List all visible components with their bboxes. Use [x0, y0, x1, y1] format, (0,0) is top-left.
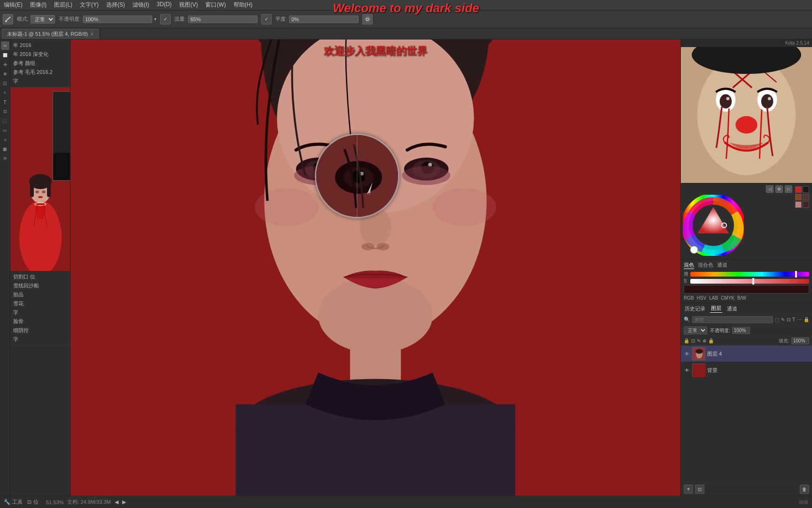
layers-tool-2[interactable]: ✎ — [781, 317, 785, 322]
lock-transparent-icon[interactable]: ⊡ — [691, 338, 695, 343]
canvas-area[interactable]: 欢迎步入我黑暗的世界 — [70, 40, 680, 496]
menu-edit[interactable]: 编辑(E) — [3, 1, 23, 9]
color-settings-button[interactable]: ⚙ — [775, 185, 783, 193]
menu-help[interactable]: 帮助(H) — [233, 1, 254, 9]
crop-tool[interactable]: ⊡ — [1, 107, 9, 116]
mode-lab[interactable]: LAB — [709, 295, 718, 301]
lock-position-icon[interactable]: ⊕ — [703, 338, 706, 343]
folder-layer-button[interactable]: ⊡ — [695, 484, 704, 494]
panel-item-5[interactable]: 字 — [10, 77, 70, 86]
menu-filter[interactable]: 滤镜(I) — [132, 1, 150, 9]
layers-tool-3[interactable]: ⊡ — [787, 317, 790, 322]
panel-item-4[interactable]: 参考 毛毛 2016.2 — [10, 68, 70, 77]
svg-point-2 — [367, 18, 369, 20]
menu-text[interactable]: 文字(Y) — [79, 1, 100, 9]
layers-blend-mode-dropdown[interactable]: 正常 — [684, 326, 707, 334]
panel-item-cut[interactable]: 切割口 位 — [10, 272, 70, 281]
move-tool[interactable]: ✛ — [1, 60, 9, 69]
swatch-brown[interactable] — [795, 194, 802, 200]
panel-item-3[interactable]: 参考 颜组 — [10, 59, 70, 68]
mode-bw[interactable]: B/W — [737, 295, 746, 301]
zoom-tool[interactable]: ⊕ — [1, 70, 9, 78]
color-nav-buttons[interactable]: ◁ ⚙ ▷ — [683, 185, 792, 193]
delete-layer-button[interactable]: 🗑 — [800, 484, 809, 494]
transform-tool[interactable]: ⟳ — [1, 154, 9, 163]
gradient-tool[interactable]: ▦ — [1, 145, 9, 153]
menu-items[interactable]: 编辑(E) 图像(I) 图层(L) 文字(Y) 选择(S) 滤镜(I) 3D(D… — [3, 1, 253, 9]
panel-item-snowflake[interactable]: 雪花 — [10, 299, 70, 308]
selection-tool[interactable]: ⬚ — [1, 117, 9, 125]
path-tool[interactable]: ⟡ — [1, 135, 9, 144]
menu-3d[interactable]: 3D(D) — [156, 1, 172, 9]
tab-close-button[interactable]: × — [91, 32, 94, 37]
layer-visibility-bg[interactable]: 👁 — [684, 367, 690, 373]
menu-window[interactable]: 窗口(W) — [204, 1, 226, 9]
document-tab[interactable]: 未标题-1 @ 51.5% (图层 4, RGB/8) × — [2, 29, 99, 39]
fill-input[interactable] — [791, 337, 809, 344]
layers-opacity-input[interactable] — [732, 327, 750, 334]
panel-item-snow[interactable]: 雪线回沙船 — [10, 281, 70, 290]
color-wheel[interactable] — [683, 195, 744, 256]
menu-image[interactable]: 图像(I) — [29, 1, 47, 9]
brush-tool[interactable]: ✏ — [1, 41, 9, 50]
eyedropper-tool[interactable]: ◫ — [1, 79, 9, 87]
menu-select[interactable]: 选择(S) — [105, 1, 126, 9]
layers-tool-4[interactable]: T — [792, 317, 795, 322]
flatness-input[interactable] — [289, 16, 359, 23]
text-tool[interactable]: T — [1, 98, 9, 106]
nav-prev-button[interactable]: ◀ — [115, 499, 118, 505]
layers-tool-6[interactable]: 🔒 — [804, 317, 809, 322]
color-prev-button[interactable]: ◁ — [766, 185, 773, 193]
panel-item-2[interactable]: 年 2016 深变化 — [10, 50, 70, 59]
mode-dropdown[interactable]: 正常 — [31, 15, 55, 24]
mode-hsv[interactable]: HSV — [697, 295, 707, 301]
layers-search-input[interactable] — [692, 316, 773, 323]
opacity-input[interactable] — [83, 16, 152, 23]
swatch-black[interactable] — [803, 186, 809, 193]
menu-view[interactable]: 视图(V) — [178, 1, 199, 9]
brush-tool-button[interactable] — [3, 14, 13, 24]
mixer-tab-channel[interactable]: 通道 — [717, 262, 727, 269]
swatch-maroon[interactable] — [803, 201, 809, 208]
swatch-red[interactable] — [795, 186, 802, 193]
panel-item-char[interactable]: 字 — [10, 308, 70, 317]
mixer-slider-thumb-1[interactable] — [795, 271, 797, 278]
swatch-dark-red[interactable] — [803, 194, 809, 200]
opacity-toggle-button[interactable]: ✓ — [160, 14, 171, 24]
nav-next-button[interactable]: ▶ — [122, 499, 126, 505]
shape-tool[interactable]: ▭ — [1, 126, 9, 135]
panel-item-child[interactable]: 胎品 — [10, 290, 70, 299]
add-layer-button[interactable]: + — [684, 484, 693, 494]
panel-item-1[interactable]: 年 2016 — [10, 41, 70, 50]
eraser-tool[interactable]: ⬜ — [1, 51, 9, 59]
flow-toggle-button[interactable]: ✓ — [261, 14, 272, 24]
layers-tab-history[interactable]: 历史记录 — [684, 305, 706, 313]
menu-layer[interactable]: 图层(L) — [53, 1, 73, 9]
mixer-tab-blend[interactable]: 混合色 — [698, 262, 713, 269]
swatch-pink[interactable] — [795, 201, 802, 208]
layer-item-4[interactable]: 👁 图层 4 — [681, 346, 812, 362]
mixer-slider-track-2[interactable] — [690, 279, 809, 284]
lock-all-icon[interactable]: 🔒 — [708, 338, 714, 343]
current-color-display[interactable] — [684, 285, 809, 294]
layer-item-bg[interactable]: 👁 背景 — [681, 362, 812, 379]
layers-tool-1[interactable]: ⬚ — [775, 317, 779, 322]
layer-visibility-4[interactable]: 👁 — [684, 350, 690, 357]
panel-item-shadow[interactable]: 细阴控 — [10, 326, 70, 335]
color-next-button[interactable]: ▷ — [785, 185, 792, 193]
mode-rgb[interactable]: RGB — [684, 295, 694, 301]
lock-pixels-icon[interactable]: ✎ — [697, 338, 701, 343]
layers-tool-5[interactable]: ⋯ — [797, 317, 802, 322]
flow-input[interactable] — [188, 16, 258, 23]
mode-cmyk[interactable]: CMYK — [721, 295, 734, 301]
lock-icon[interactable]: 🔒 — [684, 338, 689, 343]
mixer-tab-mix[interactable]: 混色 — [684, 262, 694, 269]
mixer-slider-thumb-2[interactable] — [752, 278, 754, 285]
layers-tab-channel[interactable]: 通道 — [726, 305, 738, 313]
layers-tab-layers[interactable]: 图层 — [710, 304, 722, 313]
fill-tool[interactable]: ▿ — [1, 88, 9, 97]
panel-item-char2[interactable]: 字 — [10, 335, 70, 344]
panel-item-bone[interactable]: 脸骨 — [10, 317, 70, 326]
mixer-slider-track-1[interactable] — [690, 272, 809, 277]
mixer-slider-row-2: S — [684, 278, 809, 284]
